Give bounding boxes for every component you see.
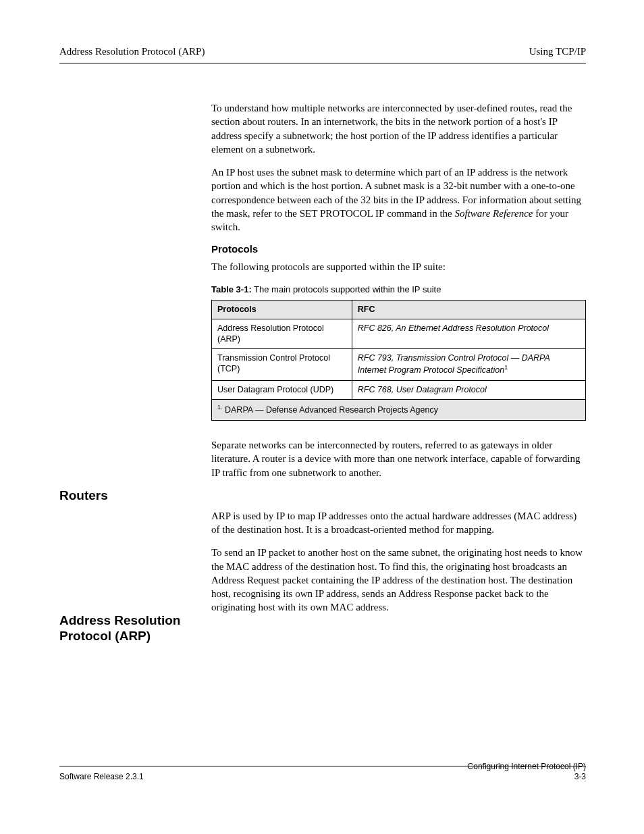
footer-release: Software Release 2.3.1 [59,772,144,782]
paragraph-arp-detail: To send an IP packet to another host on … [211,546,586,614]
table-cell: Address Resolution Protocol (ARP) [212,319,352,349]
footnote-marker: 1 [504,364,508,371]
table-header-row: Protocols RFC [212,300,586,319]
table-caption: Table 3-1: The main protocols supported … [211,284,586,295]
table-cell: RFC 793, Transmission Control Protocol —… [352,349,585,380]
body-column: To understand how multiple networks are … [211,101,586,624]
table-row: User Datagram Protocol (UDP) RFC 768, Us… [212,380,586,400]
rfc-title: RFC 768, User Datagram Protocol [358,385,487,394]
rfc-title: RFC 793, Transmission Control Protocol —… [358,353,550,375]
table-cell: RFC 826, An Ethernet Address Resolution … [352,319,585,349]
running-head-right: Using TCP/IP [529,45,586,58]
table-cell: RFC 768, User Datagram Protocol [352,380,585,400]
table-header-rfc: RFC [352,300,585,319]
paragraph-subnet-mask: An IP host uses the subnet mask to deter… [211,165,586,234]
footer-right: Configuring Internet Protocol (IP) 3-3 [468,762,586,782]
footer-chapter-title: Configuring Internet Protocol (IP) [468,762,586,771]
protocols-table: Protocols RFC Address Resolution Protoco… [211,300,586,421]
subnet-mask-text-c: command in the [387,208,454,219]
protocols-intro: The following protocols are supported wi… [211,260,586,273]
table-caption-text: The main protocols supported within the … [254,284,441,294]
paragraph-routers: Separate networks can be interconnected … [211,438,586,479]
routers-side-heading: Routers [59,488,194,504]
table-footnote: 1. DARPA — Defense Advanced Research Pro… [212,400,586,421]
table-cell: Transmission Control Protocol (TCP) [212,349,352,380]
footnote-text: DARPA — Defense Advanced Research Projec… [225,406,438,415]
paragraph-arp-intro: ARP is used by IP to map IP addresses on… [211,509,586,537]
table-footnote-row: 1. DARPA — Defense Advanced Research Pro… [212,400,586,421]
table-cell: User Datagram Protocol (UDP) [212,380,352,400]
paragraph-subnets: To understand how multiple networks are … [211,101,586,156]
table-row: Address Resolution Protocol (ARP) RFC 82… [212,319,586,349]
command-set-protocol-ip: SET PROTOCOL IP [300,208,385,219]
header-rule [59,63,586,63]
arp-side-heading: Address Resolution Protocol (ARP) [59,613,194,644]
table-caption-number: Table 3-1: [211,284,252,294]
rfc-title: RFC 826, An Ethernet Address Resolution … [358,323,549,333]
page-number: 3-3 [574,772,586,781]
software-reference-cite: Software Reference [455,208,533,219]
table-row: Transmission Control Protocol (TCP) RFC … [212,349,586,380]
table-header-protocols: Protocols [212,300,352,319]
protocols-subhead: Protocols [211,243,586,256]
footnote-number: 1. [217,404,223,411]
running-head-left: Address Resolution Protocol (ARP) [59,45,205,58]
